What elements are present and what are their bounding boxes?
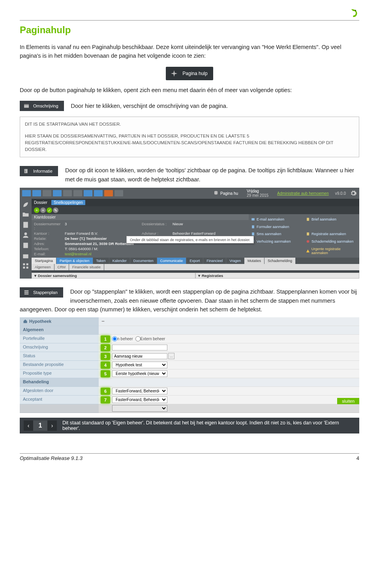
svg-rect-19 (252, 233, 254, 236)
field-label: Dossierstatus : (142, 222, 169, 230)
afgesloten-select[interactable]: FasterForward, Beheerder (112, 388, 167, 394)
prev-step-button[interactable]: ‹ (24, 420, 33, 431)
step-badge-4[interactable]: 4 (101, 362, 110, 369)
admin-rename-link[interactable]: Administratie aub hernoemen (277, 191, 329, 196)
intro-paragraph: In Elements is vanaf nu een Paginahulp b… (20, 43, 359, 60)
topbar-tile[interactable] (84, 190, 92, 196)
tab-financiele[interactable]: Financiële situatie (69, 264, 104, 270)
dossier-screenshot: Pagina hu Vrijdag 29 mei 2015 Administra… (20, 188, 359, 279)
weekday-label: Vrijdag (247, 189, 268, 193)
sluiten-button[interactable]: sluiten (337, 398, 359, 404)
field-value[interactable]: test@testmail.nl (65, 252, 246, 256)
add-icon[interactable]: ＋ (34, 207, 39, 213)
field-value: Faster Forward B.V. (65, 231, 139, 236)
action-link[interactable]: Sms aanmaken (251, 231, 302, 237)
next-step-button[interactable]: › (47, 420, 57, 431)
leaf-icon[interactable] (22, 200, 30, 208)
tab-crm[interactable]: CRM (54, 264, 69, 270)
action-link[interactable]: Registratie aanmaken (306, 231, 357, 237)
topbar-tile[interactable] (114, 190, 123, 196)
topbar-tile[interactable] (94, 190, 103, 196)
omschrijving-input[interactable] (112, 345, 167, 351)
radio-label: n beheer (117, 337, 133, 341)
action-link[interactable]: Formulier aanmaken (251, 223, 302, 230)
circle-icon[interactable]: ＋ (40, 207, 46, 213)
action-link-warning[interactable]: Urgente registratie aanmaken (306, 246, 357, 256)
topbar-tile[interactable] (32, 190, 41, 196)
date-label: 29 mei 2015 (247, 193, 268, 198)
compass-icon (170, 69, 178, 78)
svg-rect-5 (25, 170, 26, 170)
field-lookup-button[interactable]: … (168, 353, 174, 359)
action-link[interactable]: Verhuizing aanmaken (251, 238, 302, 245)
field-label: Kantoor : (34, 231, 62, 236)
drawer-icon (23, 102, 30, 109)
stappenplan-label: Stappenplan (33, 289, 58, 296)
dim-select[interactable] (112, 405, 167, 412)
step-badge-7[interactable]: 7 (101, 396, 110, 403)
action-link[interactable]: Schademelding aanmaken (306, 238, 357, 245)
tab-kalender[interactable]: Kalender (109, 258, 130, 264)
help-description-panel: DIT IS DE STARTPAGINA VAN HET DOSSIER. H… (20, 117, 359, 157)
person-icon[interactable] (22, 231, 30, 239)
gear-icon[interactable] (350, 190, 357, 197)
page-title: Paginahulp (20, 24, 359, 36)
field-label: Dossiernummer : (34, 222, 62, 230)
page-top-bar (20, 8, 359, 21)
topbar-tile[interactable] (63, 190, 72, 196)
grid-icon[interactable] (22, 262, 30, 270)
tab-vragen[interactable]: Vragen (226, 258, 244, 264)
building-icon[interactable] (22, 252, 30, 260)
snelkoppelingen-tag[interactable]: Snelkoppelingen (51, 200, 85, 205)
stappenplan-button[interactable]: Stappenplan (20, 287, 63, 298)
subhead-dossier-label: Dossier (34, 200, 47, 205)
informatie-button[interactable]: Informatie (20, 166, 58, 176)
circle-icon[interactable]: ✎ (53, 207, 58, 213)
footer-release: Optimalisatie Release 9.1.3 (20, 455, 83, 461)
topbar-tile[interactable] (104, 190, 113, 196)
tab-export[interactable]: Export (186, 258, 203, 264)
radio-extern-beheer[interactable] (135, 336, 141, 341)
step-badge-1[interactable]: 1 (101, 335, 110, 343)
step-badge-2[interactable]: 2 (101, 344, 110, 351)
propositietype-select[interactable]: Eerste hypotheek (nieuw) (112, 370, 167, 377)
step-badge-3[interactable]: 3 (101, 353, 110, 360)
action-link[interactable]: Brief aanmaken (306, 216, 357, 222)
doc-icon[interactable] (22, 221, 30, 229)
check-icon[interactable]: ✓ (47, 207, 52, 213)
topbar-tile[interactable] (73, 190, 82, 196)
tab-schademelding[interactable]: Schademelding (265, 258, 296, 264)
hypotheek-form-screenshot: Hypotheek Algemeen 1 Portefeuille n behe… (20, 317, 359, 413)
tab-partijen[interactable]: Partijen & objecten (56, 258, 93, 264)
klantdossier-header: Klantdossier (32, 214, 249, 220)
section-dossier-samenvatting[interactable]: ▾ Dossier samenvatting (32, 273, 195, 279)
tab-documenten[interactable]: Documenten (130, 258, 157, 264)
tab-taken[interactable]: Taken (93, 258, 109, 264)
section-registraties[interactable]: ▾ Registraties (195, 273, 359, 279)
acceptant-select[interactable]: FasterForward, Beheerder (112, 396, 167, 403)
field-label: Acceptant (20, 396, 99, 404)
collapse-icon[interactable] (101, 319, 105, 323)
omschrijving-text: Door hier te klikken, verschijnt de omsc… (71, 102, 228, 110)
tab-startpagina[interactable]: Startpagina (32, 258, 56, 264)
omschrijving-button[interactable]: Omschrijving (20, 101, 64, 111)
topbar-tile[interactable] (43, 190, 51, 196)
propositie-select[interactable]: Hypotheek test (112, 362, 167, 368)
folder-icon[interactable] (22, 211, 30, 219)
tab-financieel[interactable]: Financieel (203, 258, 226, 264)
field-label: Telefoon: (34, 247, 62, 251)
tab-mutaties[interactable]: Mutaties (244, 258, 265, 264)
status-input[interactable] (112, 353, 167, 359)
radio-eigen-beheer[interactable] (112, 336, 117, 341)
field-value: 3 (65, 222, 139, 230)
tab-communicatie[interactable]: Communicatie (157, 258, 187, 264)
book-icon[interactable] (22, 241, 30, 249)
topbar-tile[interactable] (22, 190, 31, 196)
step-badge-6[interactable]: 6 (101, 388, 110, 395)
action-link[interactable]: E-mail aanmaken (251, 216, 302, 222)
tab-algemeen[interactable]: Algemeen (32, 264, 54, 270)
topbar-tile[interactable] (53, 190, 62, 196)
paginahulp-button[interactable]: Pagina hulp (166, 67, 213, 80)
paginahu-label[interactable]: Pagina hu (220, 191, 238, 196)
step-badge-5[interactable]: 5 (101, 370, 110, 377)
